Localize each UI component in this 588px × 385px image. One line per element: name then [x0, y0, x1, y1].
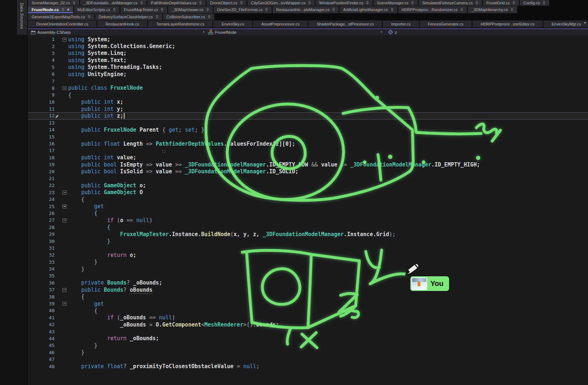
editor-tab[interactable]: FruxelGrid.cs [483, 0, 519, 6]
code-line[interactable]: 11 public int y; [28, 105, 588, 112]
code-line[interactable]: 3using System.Linq; [28, 50, 588, 57]
fold-marker-icon[interactable] [55, 85, 68, 91]
breadcrumb-type[interactable]: FruxelNode [208, 29, 236, 35]
pin-icon[interactable] [155, 15, 159, 19]
code-line[interactable]: 25 get [28, 203, 588, 210]
code-line[interactable]: 22 public GameObject o; [28, 182, 588, 189]
pin-icon[interactable] [73, 1, 76, 5]
tab-overflow-icon[interactable]: ▾ [584, 21, 586, 25]
code-line[interactable]: 13 [28, 119, 588, 126]
editor-tab[interactable]: OneSec3D_FileFormat.cs [214, 6, 272, 13]
code-line[interactable]: 23 public GameObject O [28, 189, 588, 196]
editor-tab[interactable]: FruxelMapTester.cs [120, 6, 167, 13]
data-sources-vertical-tab[interactable]: Data Sources [17, 0, 27, 35]
editor-tab[interactable]: _3DMapViewer.cs [168, 6, 213, 13]
editor-tab[interactable]: FruxelNode.cs× [28, 6, 73, 13]
breadcrumb-member[interactable]: z [388, 29, 397, 35]
pin-icon[interactable] [207, 15, 211, 19]
editor-tab[interactable]: Config.cs [520, 0, 549, 6]
editor-tab[interactable]: DroneObject.cs [206, 0, 247, 6]
pin-icon[interactable] [140, 1, 143, 5]
pin-icon[interactable] [512, 1, 515, 5]
code-line[interactable]: 29 FruxelMapTester.Instance.BuildNode(x,… [28, 231, 588, 238]
code-line[interactable]: 31 [28, 245, 588, 252]
pin-icon[interactable] [61, 8, 65, 12]
code-line[interactable]: 27 if (o == null) [28, 217, 588, 224]
code-editor[interactable]: 1using System;2using System.Collections.… [28, 36, 588, 385]
fold-marker-icon[interactable] [55, 189, 68, 196]
code-line[interactable]: 1using System; [28, 36, 588, 43]
editor-tab[interactable]: WindowPositionFinder.cs [316, 0, 373, 6]
editor-tab[interactable]: RestaurantHook.cs [97, 20, 148, 28]
editor-tab[interactable]: MyEditorScripts.cs [74, 6, 120, 13]
code-line[interactable]: 38 { [28, 293, 588, 300]
code-line[interactable]: 48 private float? _proximityToClosestObs… [28, 363, 588, 370]
close-icon[interactable]: × [67, 8, 70, 12]
editor-tab[interactable]: AssetPreprocessor.cs [253, 20, 308, 28]
editor-tab[interactable]: ShaderPackage...stProcessor.cs [308, 20, 382, 28]
code-line[interactable]: 30 } [28, 238, 588, 244]
code-line[interactable]: 19 public bool IsEmpty => value >= _3DFo… [28, 161, 588, 168]
code-line[interactable]: 26 { [28, 210, 588, 217]
pin-icon[interactable] [199, 1, 202, 5]
code-line[interactable]: 18 public int value; [28, 154, 588, 161]
code-line[interactable]: 16 public float Length => PathfinderDept… [28, 140, 588, 147]
editor-tab[interactable]: CollisionSubscriber.cs [163, 14, 215, 20]
pin-icon[interactable] [308, 1, 311, 5]
editor-tab[interactable]: SimulatedFisheyeCamera.cs [419, 0, 482, 6]
editor-tab[interactable]: _3DFoundatio...delManager.cs [80, 0, 147, 6]
editor-tab[interactable]: RestaurantHo...pleManager.cs [272, 6, 339, 13]
editor-tab[interactable]: _3DMapHierarchy.cs [468, 6, 517, 13]
fold-marker-icon[interactable] [55, 36, 68, 43]
editor-tab[interactable]: CityGen3DGen...torWrapper.cs [247, 0, 315, 6]
pin-icon[interactable] [475, 1, 479, 5]
code-line[interactable]: 10 public int x; [28, 99, 588, 105]
chevron-down-icon[interactable]: ▾ [203, 30, 205, 34]
pin-icon[interactable] [460, 8, 463, 12]
code-line[interactable]: 20 public bool IsSolid => value == _3DFo… [28, 168, 588, 175]
pin-icon[interactable] [411, 1, 414, 5]
fold-marker-icon[interactable] [55, 300, 68, 307]
code-line[interactable]: 6using UnityEngine; [28, 71, 588, 78]
editor-tab[interactable]: Importer.cs [383, 20, 419, 28]
code-line[interactable]: 41 if (_oBounds == null) [28, 314, 588, 321]
code-line[interactable]: 14 public FruxelNode Parent { get; set; … [28, 126, 588, 133]
pin-icon[interactable] [206, 8, 209, 12]
fold-marker-icon[interactable] [55, 203, 68, 210]
code-line[interactable]: 2using System.Collections.Generic; [28, 43, 588, 50]
code-line[interactable]: 39 get [28, 300, 588, 307]
code-line[interactable]: 4using System.Text; [28, 57, 588, 64]
code-line[interactable]: 44 return _oBounds; [28, 335, 588, 342]
code-line[interactable]: 47 [28, 356, 588, 363]
editor-tab[interactable]: DeliverySurfaceClassHelper.cs [95, 14, 162, 20]
code-line[interactable]: 33 } [28, 259, 588, 266]
pin-icon[interactable] [391, 8, 394, 12]
code-line[interactable]: 28 { [28, 224, 588, 231]
code-line[interactable]: 5using System.Threading.Tasks; [28, 64, 588, 71]
code-line[interactable]: 46 } [28, 349, 588, 356]
code-line[interactable]: 12 public int z; [28, 112, 588, 119]
editor-tab[interactable]: SceneManager.cs [373, 0, 418, 6]
pin-icon[interactable] [265, 8, 268, 12]
editor-tab[interactable]: DroneOrientationController.cs [28, 20, 97, 28]
editor-tab[interactable]: SceneManager_02.cs [28, 0, 79, 6]
pin-icon[interactable] [542, 1, 546, 5]
fold-marker-icon[interactable] [55, 217, 68, 224]
pin-icon[interactable] [240, 1, 243, 5]
editor-tab[interactable]: EnviroSkyMgr.cs [543, 20, 588, 28]
pin-icon[interactable] [113, 8, 116, 12]
code-line[interactable]: 40 { [28, 307, 588, 314]
code-line[interactable]: 8public class FruxelNode [28, 85, 588, 91]
code-line[interactable]: 34 } [28, 266, 588, 272]
chevron-down-icon[interactable]: ▾ [381, 30, 382, 34]
editor-tab[interactable]: FencesGenerator.cs [420, 20, 472, 28]
editor-tab[interactable]: Generator2ExportMapTools.cs [28, 14, 94, 20]
code-line[interactable]: 24 { [28, 196, 588, 203]
code-line[interactable]: 7 [28, 78, 588, 84]
code-line[interactable]: 15 [28, 133, 588, 140]
editor-tab[interactable]: HDRPPostproc...Randomizer.cs [398, 6, 467, 13]
code-line[interactable]: 37 public Bounds? oBounds [28, 286, 588, 293]
editor-tab[interactable]: PathfinderDepthValues.cs [148, 0, 206, 6]
editor-tab[interactable]: TerrainLayerRandomizer.cs [148, 20, 213, 28]
code-line[interactable]: 21 [28, 175, 588, 182]
